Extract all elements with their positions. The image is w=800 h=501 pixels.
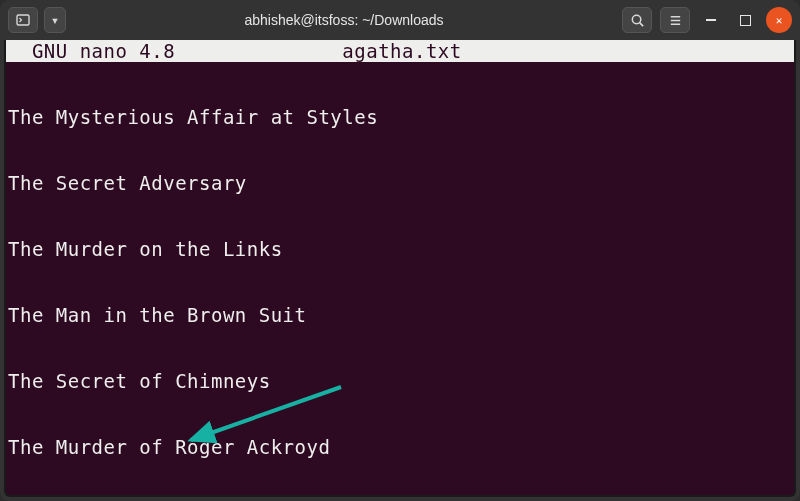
terminal-area[interactable]: GNU nano 4.8 agatha.txt The Mysterious A…: [4, 40, 796, 497]
file-line: The Murder of Roger Ackroyd: [8, 436, 792, 458]
close-button[interactable]: [766, 7, 792, 33]
file-line: The Man in the Brown Suit: [8, 304, 792, 326]
menu-button[interactable]: [660, 7, 690, 33]
tab-dropdown-button[interactable]: ▾: [44, 7, 66, 33]
svg-line-2: [639, 22, 642, 25]
nano-filename: agatha.txt: [342, 40, 461, 62]
file-line: The Mysterious Affair at Styles: [8, 106, 792, 128]
hamburger-icon: [668, 13, 683, 28]
nano-header: GNU nano 4.8 agatha.txt: [6, 40, 794, 62]
chevron-down-icon: ▾: [51, 12, 59, 28]
titlebar-right: [622, 7, 792, 33]
svg-rect-0: [17, 15, 29, 25]
file-line: The Secret of Chimneys: [8, 370, 792, 392]
file-line: The Secret Adversary: [8, 172, 792, 194]
nano-app-name: GNU nano 4.8: [32, 40, 175, 62]
titlebar-left: ▾: [8, 7, 66, 33]
new-tab-button[interactable]: [8, 7, 38, 33]
terminal-tab-icon: [15, 12, 31, 28]
terminal-window: ▾ abhishek@itsfoss: ~/Downloads: [0, 0, 800, 501]
search-button[interactable]: [622, 7, 652, 33]
window-title: abhishek@itsfoss: ~/Downloads: [72, 12, 616, 28]
maximize-button[interactable]: [732, 7, 758, 33]
file-line: The Murder on the Links: [8, 238, 792, 260]
minimize-button[interactable]: [698, 7, 724, 33]
editor-content: The Mysterious Affair at Styles The Secr…: [6, 62, 794, 497]
svg-point-1: [632, 15, 640, 23]
search-icon: [630, 13, 645, 28]
titlebar: ▾ abhishek@itsfoss: ~/Downloads: [0, 0, 800, 40]
